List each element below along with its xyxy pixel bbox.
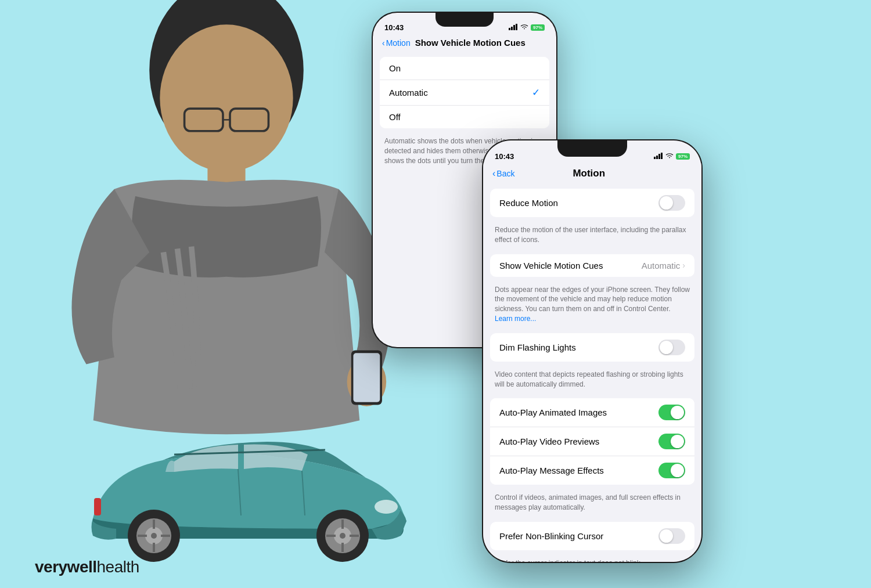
- phone-2-reduce-motion-label: Reduce Motion: [499, 198, 658, 208]
- phone-2-autoplay-images-thumb: [671, 406, 684, 419]
- phone-2-reduce-motion-caption: Reduce the motion of the user interface,…: [483, 222, 701, 250]
- phone-2-screen: 10:43 97% ‹ Back Motion: [483, 140, 701, 562]
- phone-2-cursor-thumb: [660, 529, 673, 543]
- svg-rect-36: [658, 154, 660, 159]
- phone-2-autoplay-section: Auto-Play Animated Images Auto-Play Vide…: [490, 398, 694, 485]
- phone-2-back-label: Back: [496, 169, 514, 178]
- phone-1-option-automatic-label: Automatic: [389, 88, 532, 98]
- phone-2-cursor-caption: Prefer the cursor indicator in text does…: [483, 555, 701, 562]
- phone-1-notch: [436, 13, 494, 27]
- phone-1-back-button[interactable]: ‹ Motion: [382, 38, 411, 48]
- phone-2-cursor-row: Prefer Non-Blinking Cursor: [490, 522, 694, 550]
- phone-1-battery-icon: 97%: [531, 24, 545, 31]
- phone-2-autoplay-messages-toggle[interactable]: [658, 463, 685, 478]
- phone-2-cursor-toggle[interactable]: [658, 528, 685, 544]
- svg-rect-8: [353, 353, 380, 402]
- phone-2-dim-lights-toggle[interactable]: [658, 340, 685, 355]
- svg-point-1: [160, 24, 293, 171]
- phone-2-autoplay-caption: Control if videos, animated images, and …: [483, 489, 701, 517]
- phone-2-autoplay-images-toggle[interactable]: [658, 405, 685, 420]
- phone-2-vehicle-motion-chevron: ›: [682, 261, 685, 270]
- phone-2-cursor-section: Prefer Non-Blinking Cursor: [490, 522, 694, 550]
- car-image: [58, 425, 430, 571]
- svg-rect-28: [94, 498, 101, 515]
- svg-point-27: [375, 500, 398, 514]
- phone-2-status-icons: 97%: [654, 153, 690, 160]
- svg-rect-37: [661, 153, 663, 159]
- svg-rect-35: [656, 156, 658, 159]
- phone-1-nav: ‹ Motion Show Vehicle Motion Cues: [373, 34, 556, 52]
- phone-1-option-on[interactable]: On: [380, 57, 549, 80]
- phone-2-vehicle-motion-caption: Dots appear near the edges of your iPhon…: [483, 282, 701, 329]
- svg-rect-34: [654, 157, 656, 159]
- phone-2: 10:43 97% ‹ Back Motion: [482, 139, 703, 563]
- phone-1-option-automatic-check: ✓: [532, 86, 540, 99]
- phone-1-option-off-label: Off: [389, 112, 540, 122]
- phone-1-options-section: On Automatic ✓ Off: [380, 57, 549, 128]
- phone-2-autoplay-video-label: Auto-Play Video Previews: [499, 437, 658, 446]
- phone-2-autoplay-images-row: Auto-Play Animated Images: [490, 398, 694, 427]
- phone-1-wifi-icon: [520, 24, 528, 31]
- phone-2-dim-lights-label: Dim Flashing Lights: [499, 342, 658, 352]
- phone-1-nav-title: Show Vehicle Motion Cues: [415, 38, 526, 48]
- phone-1-signal-icon: [509, 24, 518, 31]
- phone-2-back-button[interactable]: ‹ Back: [492, 168, 514, 179]
- phone-2-nav-title: Motion: [514, 168, 663, 179]
- phone-2-autoplay-messages-label: Auto-Play Message Effects: [499, 466, 658, 475]
- phone-2-vehicle-motion-value: Automatic: [642, 261, 681, 270]
- phone-2-notch: [557, 140, 627, 157]
- phone-2-dim-lights-row: Dim Flashing Lights: [490, 333, 694, 362]
- phone-2-wifi-icon: [665, 153, 674, 160]
- phone-2-signal-icon: [654, 153, 663, 160]
- phone-2-reduce-motion-row: Reduce Motion: [490, 189, 694, 217]
- phone-1-time: 10:43: [384, 23, 404, 32]
- phone-2-dim-lights-section: Dim Flashing Lights: [490, 333, 694, 362]
- phone-2-autoplay-video-toggle[interactable]: [658, 434, 685, 449]
- phone-2-reduce-motion-thumb: [660, 196, 673, 210]
- phone-2-autoplay-messages-row: Auto-Play Message Effects: [490, 456, 694, 485]
- svg-rect-32: [513, 25, 515, 30]
- phone-2-vehicle-motion-section: Show Vehicle Motion Cues Automatic ›: [490, 254, 694, 277]
- phone-2-dim-lights-caption: Video content that depicts repeated flas…: [483, 366, 701, 394]
- svg-rect-30: [509, 28, 510, 30]
- phone-2-autoplay-video-thumb: [671, 435, 684, 448]
- phone-2-autoplay-messages-thumb: [671, 464, 684, 477]
- phone-2-dim-lights-thumb: [660, 341, 673, 354]
- phone-2-back-chevron: ‹: [492, 168, 495, 179]
- svg-point-14: [151, 533, 157, 539]
- phone-2-reduce-motion-section: Reduce Motion: [490, 189, 694, 217]
- svg-point-22: [340, 533, 345, 539]
- learn-more-link[interactable]: Learn more...: [495, 315, 536, 323]
- phone-2-autoplay-images-label: Auto-Play Animated Images: [499, 407, 658, 417]
- phone-1-status-icons: 97%: [509, 24, 545, 31]
- phone-2-time: 10:43: [495, 152, 514, 161]
- svg-rect-33: [516, 24, 517, 30]
- phone-2-cursor-label: Prefer Non-Blinking Cursor: [499, 531, 658, 541]
- phone-1-option-off[interactable]: Off: [380, 106, 549, 128]
- phone-2-autoplay-video-row: Auto-Play Video Previews: [490, 427, 694, 456]
- svg-rect-31: [511, 27, 513, 30]
- phone-1-option-automatic[interactable]: Automatic ✓: [380, 80, 549, 106]
- phone-2-reduce-motion-toggle[interactable]: [658, 195, 685, 211]
- phone-2-battery-icon: 97%: [676, 153, 690, 160]
- phone-2-vehicle-motion-row[interactable]: Show Vehicle Motion Cues Automatic ›: [490, 254, 694, 277]
- phone-1-back-chevron: ‹: [382, 38, 385, 48]
- phone-2-vehicle-motion-label: Show Vehicle Motion Cues: [499, 261, 642, 270]
- phone-1-option-on-label: On: [389, 63, 540, 73]
- phone-1-back-label: Motion: [386, 38, 411, 48]
- phone-2-nav: ‹ Back Motion: [483, 163, 701, 184]
